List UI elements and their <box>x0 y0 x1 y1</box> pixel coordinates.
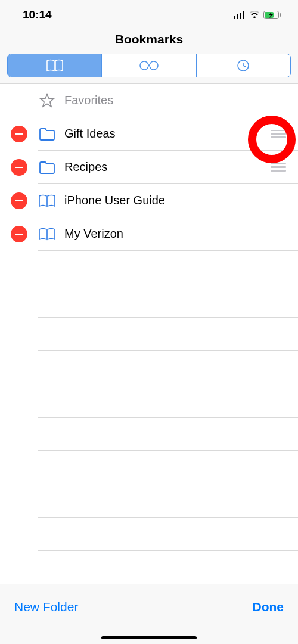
tab-bookmarks[interactable] <box>8 54 101 77</box>
new-folder-button[interactable]: New Folder <box>14 600 78 614</box>
delete-button[interactable] <box>11 159 27 176</box>
done-button[interactable]: Done <box>253 600 284 614</box>
svg-rect-3 <box>243 11 244 19</box>
drag-handle-icon[interactable] <box>271 130 286 138</box>
svg-rect-1 <box>237 14 238 19</box>
star-icon <box>38 93 56 108</box>
empty-row <box>0 484 298 518</box>
delete-button[interactable] <box>11 226 27 242</box>
row-gift-ideas[interactable]: Gift Ideas <box>0 117 298 151</box>
svg-point-9 <box>150 61 158 70</box>
svg-point-8 <box>140 61 148 70</box>
row-label: My Verizon <box>64 227 288 241</box>
status-icons <box>234 11 281 19</box>
empty-row <box>0 251 298 284</box>
book-icon <box>38 194 56 207</box>
tab-history[interactable] <box>196 54 290 77</box>
battery-charging-icon <box>263 11 281 19</box>
page-title: Bookmarks <box>0 26 298 54</box>
row-label: Recipes <box>64 160 271 174</box>
row-my-verizon[interactable]: My Verizon <box>0 217 298 251</box>
status-time: 10:14 <box>23 8 52 21</box>
empty-row <box>0 284 298 318</box>
wifi-icon <box>249 11 260 19</box>
favorites-label: Favorites <box>64 94 288 107</box>
empty-row <box>0 384 298 418</box>
folder-icon <box>38 161 56 174</box>
glasses-icon <box>139 60 159 71</box>
home-indicator[interactable] <box>101 636 197 639</box>
cellular-icon <box>234 11 246 19</box>
book-icon <box>38 228 56 241</box>
svg-rect-2 <box>240 13 241 19</box>
row-recipes[interactable]: Recipes <box>0 151 298 184</box>
clock-icon <box>237 59 250 72</box>
status-bar: 10:14 <box>0 0 298 26</box>
row-label: iPhone User Guide <box>64 194 288 207</box>
bookmarks-list: Favorites Gift Ideas Recipes iPho <box>0 83 298 584</box>
row-favorites: Favorites <box>0 84 298 117</box>
row-iphone-user-guide[interactable]: iPhone User Guide <box>0 184 298 217</box>
drag-handle-icon[interactable] <box>271 163 286 172</box>
delete-button[interactable] <box>11 192 27 209</box>
empty-row <box>0 518 298 551</box>
svg-rect-0 <box>234 16 235 19</box>
delete-button[interactable] <box>11 126 27 142</box>
svg-point-4 <box>253 16 256 18</box>
row-label: Gift Ideas <box>64 127 271 141</box>
folder-icon <box>38 127 56 141</box>
book-icon <box>46 59 64 72</box>
empty-row <box>0 351 298 384</box>
tab-reading-list[interactable] <box>101 54 195 77</box>
svg-rect-6 <box>280 13 281 17</box>
segmented-control <box>7 54 291 77</box>
svg-marker-11 <box>41 94 54 107</box>
empty-row <box>0 318 298 351</box>
empty-row <box>0 451 298 484</box>
empty-row <box>0 551 298 584</box>
empty-row <box>0 418 298 451</box>
